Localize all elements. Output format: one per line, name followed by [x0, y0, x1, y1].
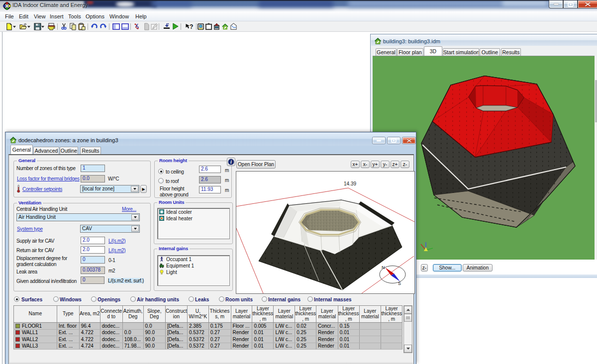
svg-text:S: S — [398, 281, 401, 286]
svg-text:?: ? — [190, 23, 193, 30]
svg-text:N: N — [382, 265, 385, 270]
svg-text:14.39: 14.39 — [344, 181, 356, 186]
svg-text:i: i — [230, 159, 232, 165]
